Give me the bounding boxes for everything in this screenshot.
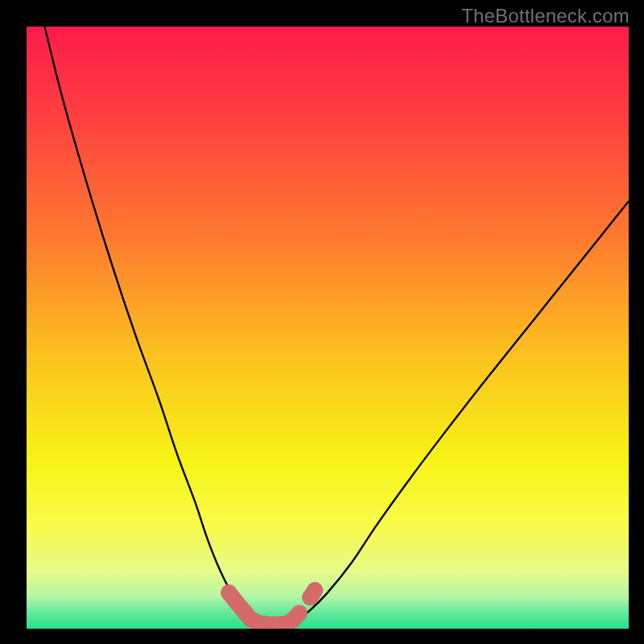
marker-dot	[291, 605, 308, 621]
outer-frame: TheBottleneck.com	[0, 0, 644, 644]
marker-dot	[307, 582, 323, 598]
plot-area	[27, 27, 629, 629]
chart-svg	[27, 27, 629, 629]
bottleneck-curve	[44, 27, 629, 625]
highlight-markers	[221, 582, 323, 629]
watermark-text: TheBottleneck.com	[461, 5, 630, 27]
